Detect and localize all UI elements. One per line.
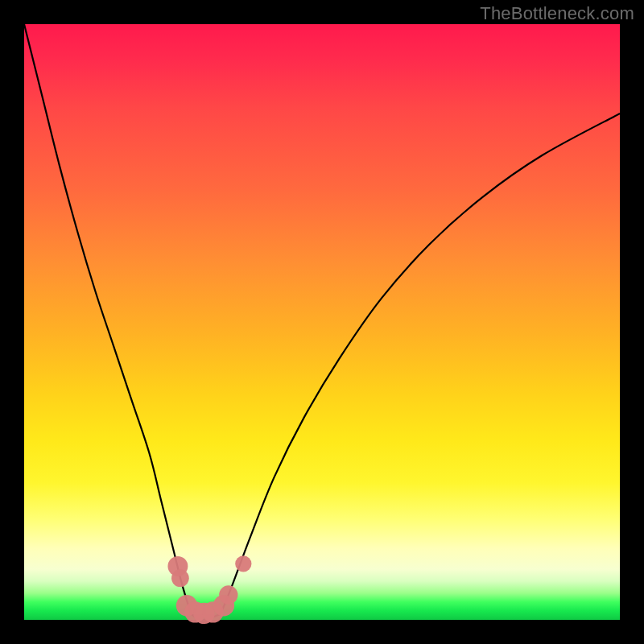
curve-layer (24, 24, 620, 620)
marker-blob-7 (219, 585, 237, 604)
curve-left-curve (24, 24, 191, 614)
chart-svg (24, 24, 620, 620)
curve-right-curve (221, 114, 620, 614)
watermark-text: TheBottleneck.com (480, 3, 634, 24)
chart-root: TheBottleneck.com (0, 0, 644, 644)
blob-layer (167, 555, 251, 624)
marker-blob-1 (171, 569, 189, 587)
chart-panel (24, 24, 620, 620)
marker-blob-8 (235, 555, 251, 572)
